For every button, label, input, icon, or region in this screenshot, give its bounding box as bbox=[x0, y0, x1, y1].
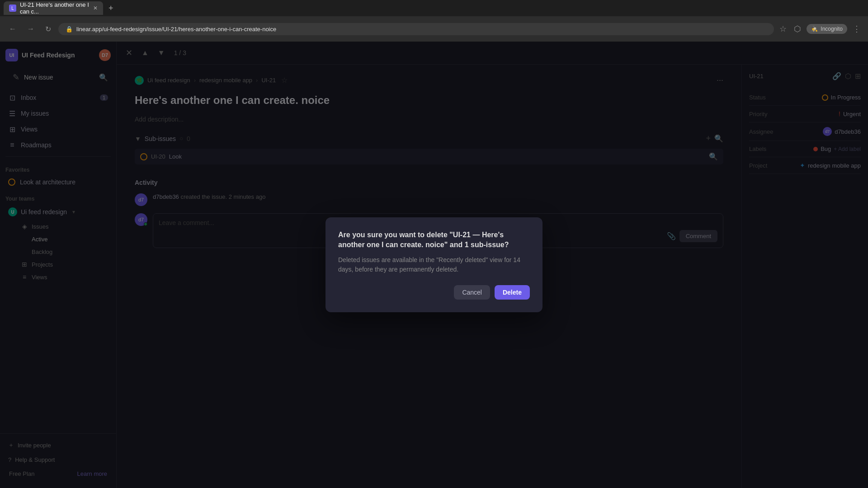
cancel-button[interactable]: Cancel bbox=[454, 285, 490, 300]
modal-title: Are you sure you want to delete "UI-21 —… bbox=[338, 230, 530, 250]
forward-button[interactable]: → bbox=[24, 23, 38, 35]
browser-tabs: L UI-21 Here's another one I can c... ✕ … bbox=[0, 0, 868, 16]
tab-close-icon[interactable]: ✕ bbox=[93, 5, 98, 11]
bookmark-button[interactable]: ☆ bbox=[778, 22, 788, 36]
incognito-label: Incognito bbox=[821, 26, 843, 32]
active-tab[interactable]: L UI-21 Here's another one I can c... ✕ bbox=[4, 1, 103, 15]
incognito-icon: 🕵 bbox=[811, 26, 818, 32]
address-bar[interactable]: 🔒 linear.app/ui-feed-redesign/issue/UI-2… bbox=[58, 23, 774, 35]
back-button[interactable]: ← bbox=[5, 23, 20, 35]
browser-toolbar: ← → ↻ 🔒 linear.app/ui-feed-redesign/issu… bbox=[0, 16, 868, 42]
delete-confirm-dialog: Are you sure you want to delete "UI-21 —… bbox=[326, 217, 542, 313]
tab-favicon: L bbox=[9, 5, 16, 12]
incognito-badge: 🕵 Incognito bbox=[807, 24, 847, 34]
extensions-button[interactable]: ⬡ bbox=[792, 22, 803, 36]
delete-button[interactable]: Delete bbox=[495, 285, 530, 300]
reload-button[interactable]: ↻ bbox=[42, 23, 55, 35]
modal-overlay: Are you sure you want to delete "UI-21 —… bbox=[0, 42, 868, 488]
modal-actions: Cancel Delete bbox=[338, 285, 530, 300]
menu-button[interactable]: ⋮ bbox=[851, 22, 863, 36]
tab-title: UI-21 Here's another one I can c... bbox=[20, 1, 90, 15]
browser-toolbar-actions: ☆ ⬡ 🕵 Incognito ⋮ bbox=[778, 22, 863, 36]
url-display: linear.app/ui-feed-redesign/issue/UI-21/… bbox=[76, 26, 276, 33]
browser-chrome: L UI-21 Here's another one I can c... ✕ … bbox=[0, 0, 868, 42]
new-tab-button[interactable]: + bbox=[105, 4, 117, 13]
modal-body: Deleted issues are available in the "Rec… bbox=[338, 255, 530, 274]
